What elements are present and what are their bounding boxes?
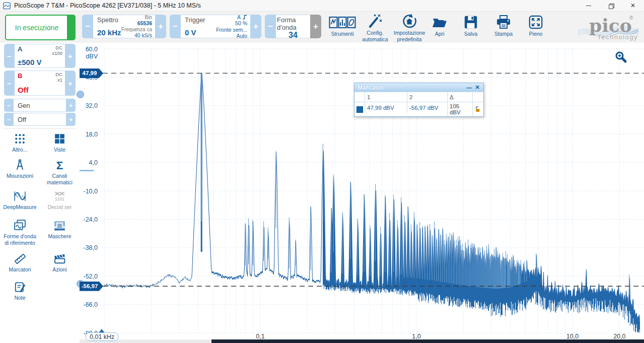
fullscreen-icon (528, 14, 543, 30)
calipers-icon (14, 158, 26, 172)
sidebar-button-altro[interactable]: Altro... (0, 130, 40, 157)
sample-rate-value: 40 kS/s (134, 32, 152, 38)
markers-panel-title: Marcatori (357, 84, 465, 91)
sidebar-button-viste[interactable]: Viste (40, 130, 80, 157)
sidebar-button-note[interactable]: Note (0, 279, 40, 308)
trigger-source: A (237, 15, 241, 20)
picoscope-app-icon (3, 2, 11, 10)
sidebar-button-forme-onda-riferimento[interactable]: Forme d'ondadi riferimento (0, 217, 40, 250)
sidebar-button-azioni[interactable]: Azioni (40, 250, 80, 279)
svg-text:-66,0: -66,0 (84, 301, 98, 308)
more-grid-icon (14, 132, 26, 146)
toolbar-button-strumenti[interactable]: Strumenti (326, 14, 359, 41)
toolbar-button-apri[interactable]: Apri (428, 14, 451, 41)
sidebar-button-decod-ser[interactable]: 1101 Decod ser (40, 188, 80, 217)
svg-text:1,0: 1,0 (412, 333, 420, 339)
channel-a-coupling: DC (55, 45, 62, 50)
toolbar-button-salva[interactable]: Salva (458, 14, 483, 41)
marker-1-flag[interactable]: 47,99 (80, 68, 103, 78)
channel-a-decrease-button[interactable]: − (4, 44, 15, 68)
channel-b-increase-button[interactable]: + (65, 71, 76, 96)
channel-b-name: B (18, 72, 22, 80)
sidebar-button-canali-matematici[interactable]: Σ Canalimatematici (40, 157, 80, 188)
channel-a-probe: x100 (52, 50, 62, 56)
channel-a-control[interactable]: − A DC x100 ±500 V + (4, 44, 76, 68)
sidebar-button-marcatori[interactable]: Marcatori (0, 250, 40, 279)
close-button[interactable]: ✕ (622, 0, 644, 11)
spectrum-range-increase-button[interactable]: + (155, 15, 166, 38)
generator-increase-button[interactable]: + (66, 99, 76, 112)
markers-panel[interactable]: Marcatori — ✕ 1 2 Δ 47,99 dBV -56,97 dBV… (354, 83, 484, 117)
toolbar-button-config-automatica[interactable]: Config.automatica (360, 14, 391, 41)
svg-text:0,1: 0,1 (256, 333, 264, 339)
svg-text:20,0: 20,0 (613, 333, 625, 339)
toolbar-button-stampa[interactable]: Stampa (490, 14, 517, 41)
generator-state: Off (14, 113, 66, 126)
sidebar-button-misurazioni[interactable]: Misurazioni (0, 157, 40, 188)
marker-color-swatch[interactable] (356, 106, 363, 113)
markers-panel-close-button[interactable]: ✕ (473, 84, 481, 91)
trigger-decrease-button[interactable]: − (170, 15, 181, 38)
svg-text:dBV: dBV (86, 53, 98, 60)
clapperboard-icon (53, 252, 66, 265)
trigger-increase-button[interactable]: + (250, 15, 261, 38)
open-folder-icon (432, 14, 448, 30)
svg-text:-38,0: -38,0 (84, 244, 98, 251)
marker-2-value: -56,97 dBV (407, 102, 447, 113)
run-stop-button[interactable]: In esecuzione (5, 15, 76, 40)
minimize-button[interactable] (578, 0, 600, 11)
run-indicator (67, 16, 75, 39)
sidebar-expand-handle-top[interactable] (77, 91, 84, 98)
toolbar-button-impostazione-predefinita[interactable]: Impostazionepredefinita (392, 14, 427, 41)
spectrum-range-decrease-button[interactable]: − (82, 15, 93, 38)
reference-waveforms-icon (13, 219, 27, 232)
channel-a-name: A (18, 45, 22, 53)
instruments-icon (329, 14, 356, 30)
svg-text:®: ® (629, 15, 633, 21)
svg-text:-52,0: -52,0 (84, 273, 98, 280)
horizontal-scrollbar-thumb[interactable] (211, 339, 644, 343)
channel-b-range: Off (18, 86, 29, 94)
svg-text:Σ: Σ (56, 159, 63, 171)
restore-button[interactable] (600, 0, 622, 11)
sidebar-button-deepmeasure[interactable]: DeepMeasure (0, 188, 40, 217)
x-axis-start-label: 0,01 kHz (86, 332, 118, 341)
sidebar-button-maschere[interactable]: Maschere (40, 217, 80, 250)
marker-delta-value: 105 dBV (447, 102, 472, 116)
svg-text:1101: 1101 (55, 196, 64, 201)
waveform-next-button[interactable]: + (310, 15, 321, 38)
trigger-control: − Trigger 0 V A 50 % Fronte sem... Auto … (170, 15, 261, 38)
waveform-previous-button[interactable]: − (265, 15, 276, 38)
trigger-level-value[interactable]: 0 V (185, 28, 216, 37)
horizontal-scrollbar[interactable] (80, 339, 644, 343)
svg-text:18,0: 18,0 (86, 131, 98, 138)
serial-decode-icon: 1101 (53, 189, 66, 203)
svg-text:4,0: 4,0 (89, 159, 98, 166)
channel-b-decrease-button[interactable]: − (4, 71, 15, 96)
markers-col-2: 2 (407, 92, 447, 102)
marker-1-value: 47,99 dBV (365, 102, 407, 113)
generator-state-increase-button[interactable]: + (66, 113, 76, 126)
printer-icon (495, 14, 512, 30)
toolbar-button-pieno[interactable]: Pieno (525, 14, 547, 41)
minimize-icon (586, 6, 591, 6)
channel-b-coupling: DC (55, 72, 62, 77)
channel-b-control[interactable]: − B DC x1 Off + (4, 71, 76, 96)
svg-text:-24,0: -24,0 (84, 216, 98, 223)
trigger-label: Trigger (185, 16, 216, 24)
pico-technology-logo: pico ® Technology (577, 13, 639, 42)
waveform-control: − Forma d'onda 34 di 34 + (265, 15, 321, 38)
generator-state-decrease-button[interactable]: − (4, 113, 14, 126)
marker-2-flag[interactable]: -56,97 (80, 282, 103, 291)
markers-panel-minimize-button[interactable]: — (465, 85, 473, 91)
generator-control[interactable]: − Gen + (4, 99, 76, 112)
spectrum-range-value[interactable]: 20 kHz (97, 28, 121, 37)
trigger-mode: Auto (236, 33, 247, 38)
unlock-icon[interactable] (475, 106, 480, 113)
channel-a-increase-button[interactable]: + (65, 44, 76, 68)
generator-state-control[interactable]: − Off + (4, 113, 76, 126)
markers-panel-title-bar[interactable]: Marcatori — ✕ (354, 83, 483, 92)
generator-decrease-button[interactable]: − (4, 99, 14, 112)
zoom-in-tool[interactable] (614, 51, 627, 66)
restore-icon (609, 4, 613, 8)
